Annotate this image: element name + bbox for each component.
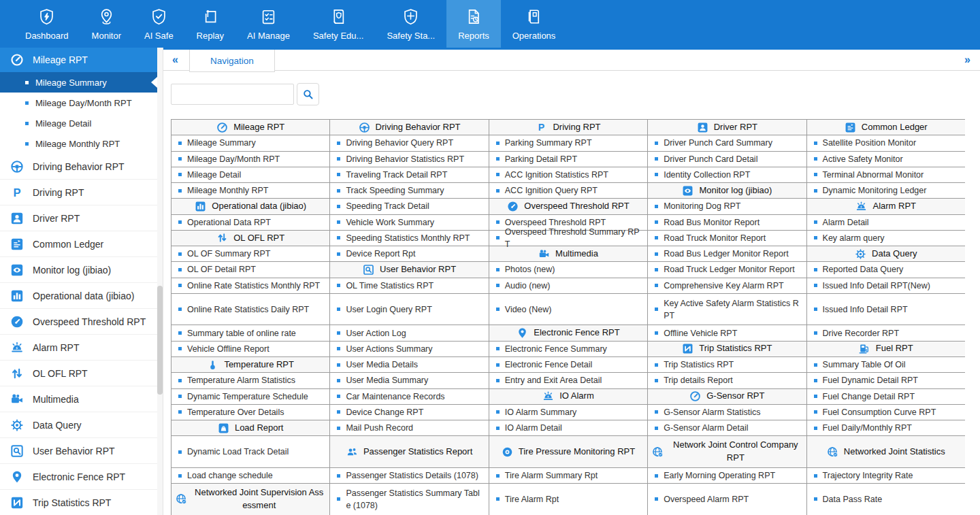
- report-link-car-maintenance-records[interactable]: Car Maintenance Records: [330, 389, 489, 405]
- report-link-drive-recorder-rpt[interactable]: Drive Recorder RPT: [807, 325, 965, 341]
- report-link-tire-alarm-rpt[interactable]: Tire Alarm Rpt: [489, 484, 648, 515]
- report-link-mileage-day-month-rpt[interactable]: Mileage Day/Month RPT: [172, 152, 330, 167]
- search-button[interactable]: [297, 83, 319, 105]
- tab-navigation[interactable]: Navigation: [189, 50, 275, 72]
- report-link-road-truck-ledger-monitor-report[interactable]: Road Truck Ledger Monitor Report: [648, 262, 806, 278]
- report-link-device-report-rpt[interactable]: Device Report Rpt: [330, 246, 489, 262]
- report-link-mileage-summary[interactable]: Mileage Summary: [172, 135, 330, 151]
- report-link-temperature-alarm-statistics[interactable]: Temperature Alarm Statistics: [172, 373, 330, 388]
- report-link-electronic-fence-summary[interactable]: Electronic Fence Summary: [489, 342, 648, 357]
- report-link-driving-behavior-statistics-rpt[interactable]: Driving Behavior Statistics RPT: [330, 152, 489, 167]
- report-link-issued-info-detail-rpt[interactable]: Issued Info Detail RPT: [807, 294, 965, 326]
- report-link-fuel-daily-monthly-rpt[interactable]: Fuel Daily/Monthly RPT: [807, 420, 965, 436]
- sidebar-group-operational-data-jibiao[interactable]: Operational data (jibiao): [0, 283, 163, 309]
- report-link-trip-statistics-rpt[interactable]: Trip Statistics RPT: [648, 357, 806, 373]
- sidebar-item-mileage-summary[interactable]: Mileage Summary: [0, 72, 163, 93]
- report-link-mileage-detail[interactable]: Mileage Detail: [172, 167, 330, 183]
- report-link-entry-and-exit-area-detail[interactable]: Entry and Exit Area Detail: [489, 373, 648, 388]
- sidebar-group-mileage-rpt[interactable]: Mileage RPT: [0, 48, 163, 72]
- sidebar-item-mileage-day-month-rpt[interactable]: Mileage Day/Month RPT: [0, 93, 163, 113]
- report-link-offline-vehicle-rpt[interactable]: Offline Vehicle RPT: [648, 325, 806, 341]
- sidebar-group-driver-rpt[interactable]: Driver RPT: [0, 205, 163, 231]
- report-link-operational-data-rpt[interactable]: Operational Data RPT: [172, 215, 330, 231]
- report-link-road-truck-monitor-report[interactable]: Road Truck Monitor Report: [648, 231, 806, 246]
- report-link-mileage-monthly-rpt[interactable]: Mileage Monthly RPT: [172, 183, 330, 199]
- sidebar-group-driving-behavior-rpt[interactable]: Driving Behavior RPT: [0, 154, 163, 180]
- report-link-fuel-dynamic-detail-rpt[interactable]: Fuel Dynamic Detail RPT: [807, 373, 965, 388]
- report-link-driving-behavior-query-rpt[interactable]: Driving Behavior Query RPT: [330, 135, 489, 151]
- report-link-online-rate-statistics-daily-rpt[interactable]: Online Rate Statistics Daily RPT: [172, 294, 330, 326]
- report-link-alarm-detail[interactable]: Alarm Detail: [807, 215, 965, 231]
- report-link-terminal-abnormal-monitor[interactable]: Terminal Abnormal Monitor: [807, 167, 965, 183]
- report-link-io-alarm-detail[interactable]: IO Alarm Detail: [489, 420, 648, 436]
- report-link-data-pass-rate[interactable]: Data Pass Rate: [807, 484, 965, 515]
- report-link-summary-table-of-online-rate[interactable]: Summary table of online rate: [172, 325, 330, 341]
- report-link-issued-info-detail-rpt-new[interactable]: Issued Info Detail RPT(New): [807, 278, 965, 294]
- report-link-user-actions-summary[interactable]: User Actions Summary: [330, 342, 489, 357]
- nav-item-replay[interactable]: Replay: [185, 0, 235, 48]
- report-link-early-morning-operating-rpt[interactable]: Early Morning Operating RPT: [648, 468, 806, 484]
- sidebar-group-electronic-fence-rpt[interactable]: Electronic Fence RPT: [0, 464, 163, 490]
- report-link-ol-of-detail-rpt[interactable]: OL OF Detail RPT: [172, 262, 330, 278]
- sidebar-scrollbar[interactable]: [157, 48, 163, 515]
- nav-item-safety-edu[interactable]: Safety Edu...: [301, 0, 375, 48]
- report-link-reported-data-query[interactable]: Reported Data Query: [807, 262, 965, 278]
- report-link-vehicle-work-summary[interactable]: Vehicle Work Summary: [330, 215, 489, 231]
- report-link-ol-time-statistics-rpt[interactable]: OL Time Statistics RPT: [330, 278, 489, 294]
- sidebar-group-multimedia[interactable]: Multimedia: [0, 386, 163, 412]
- sidebar-group-monitor-log-jibiao[interactable]: Monitor log (jibiao): [0, 257, 163, 283]
- report-link-acc-ignition-statistics-rpt[interactable]: ACC Ignition Statistics RPT: [489, 167, 648, 183]
- report-link-road-bus-ledger-monitor-report[interactable]: Road Bus Ledger Monitor Report: [648, 246, 806, 262]
- report-link-video-new[interactable]: Video (New): [489, 294, 648, 326]
- report-link-speeding-track-detail[interactable]: Speeding Track Detail: [330, 199, 489, 214]
- report-link-acc-ignition-query-rpt[interactable]: ACC Ignition Query RPT: [489, 183, 648, 199]
- report-link-trajectory-integrity-rate[interactable]: Trajectory Integrity Rate: [807, 468, 965, 484]
- report-link-g-sensor-alarm-detail[interactable]: G-Sensor Alarm Detail: [648, 420, 806, 436]
- report-link-monitoring-dog-rpt[interactable]: Monitoring Dog RPT: [648, 199, 806, 214]
- report-link-overspeed-threshold-summary-rpt[interactable]: Overspeed Threshold Summary RPT: [489, 231, 648, 246]
- report-link-passenger-statistics-details-1078[interactable]: Passenger Statistics Details (1078): [330, 468, 489, 484]
- report-link-ol-of-summary-rpt[interactable]: OL OF Summary RPT: [172, 246, 330, 262]
- report-link-user-action-log[interactable]: User Action Log: [330, 325, 489, 341]
- report-link-comprehensive-key-alarm-rpt[interactable]: Comprehensive Key Alarm RPT: [648, 278, 806, 294]
- report-link-user-media-summary[interactable]: User Media Summary: [330, 373, 489, 388]
- report-link-overspeed-alarm-rpt[interactable]: Overspeed Alarm RPT: [648, 484, 806, 515]
- report-link-track-speeding-summary[interactable]: Track Speeding Summary: [330, 183, 489, 199]
- report-link-road-bus-monitor-report[interactable]: Road Bus Monitor Report: [648, 215, 806, 231]
- report-link-driver-punch-card-detail[interactable]: Driver Punch Card Detail: [648, 152, 806, 167]
- report-link-trip-details-report[interactable]: Trip details Report: [648, 373, 806, 388]
- sidebar-group-data-query[interactable]: Data Query: [0, 412, 163, 438]
- sidebar-group-alarm-rpt[interactable]: Alarm RPT: [0, 335, 163, 361]
- report-link-key-alarm-query[interactable]: Key alarm query: [807, 231, 965, 246]
- nav-item-ai-manage[interactable]: AI Manage: [235, 0, 301, 48]
- report-link-audio-new[interactable]: Audio (new): [489, 278, 648, 294]
- report-link-tire-alarm-summary-rpt[interactable]: Tire Alarm Summary Rpt: [489, 468, 648, 484]
- report-link-passenger-statistics-summary-table-1078[interactable]: Passenger Statistics Summary Table (1078…: [330, 484, 489, 515]
- report-link-key-active-safety-alarm-statistics-rpt[interactable]: Key Active Safety Alarm Statistics RPT: [648, 294, 806, 326]
- sidebar-group-common-ledger[interactable]: Common Ledger: [0, 231, 163, 257]
- report-link-fuel-consumption-curve-rpt[interactable]: Fuel Consumption Curve RPT: [807, 405, 965, 420]
- report-link-summary-table-of-oil[interactable]: Summary Table Of Oil: [807, 357, 965, 373]
- report-link-dynamic-load-track-detail[interactable]: Dynamic Load Track Detail: [172, 436, 330, 468]
- collapse-left-button[interactable]: «: [172, 54, 178, 65]
- sidebar-group-user-behavior-rpt[interactable]: User Behavior RPT: [0, 438, 163, 464]
- nav-item-safety-sta[interactable]: Safety Sta...: [375, 0, 446, 48]
- sidebar-group-trip-statistics-rpt[interactable]: Trip Statistics RPT: [0, 490, 163, 515]
- report-link-driver-punch-card-summary[interactable]: Driver Punch Card Summary: [648, 135, 806, 151]
- sidebar-item-mileage-detail[interactable]: Mileage Detail: [0, 113, 163, 133]
- report-link-speeding-statistics-monthly-rpt[interactable]: Speeding Statistics Monthly RPT: [330, 231, 489, 246]
- report-link-identity-collection-rpt[interactable]: Identity Collection RPT: [648, 167, 806, 183]
- report-link-parking-detail-rpt[interactable]: Parking Detail RPT: [489, 152, 648, 167]
- report-link-online-rate-statistics-monthly-rpt[interactable]: Online Rate Statistics Monthly RPT: [172, 278, 330, 294]
- report-link-device-change-rpt[interactable]: Device Change RPT: [330, 405, 489, 420]
- sidebar-scrollbar-thumb[interactable]: [157, 286, 163, 395]
- collapse-right-button[interactable]: »: [964, 54, 970, 65]
- nav-item-monitor[interactable]: Monitor: [80, 0, 133, 48]
- sidebar-item-mileage-monthly-rpt[interactable]: Mileage Monthly RPT: [0, 133, 163, 154]
- report-link-parking-summary-rpt[interactable]: Parking Summary RPT: [489, 135, 648, 151]
- report-link-dynamic-monitoring-ledger[interactable]: Dynamic Monitoring Ledger: [807, 183, 965, 199]
- report-link-io-alarm-summary[interactable]: IO Alarm Summary: [489, 405, 648, 420]
- nav-item-dashboard[interactable]: Dashboard: [14, 0, 80, 48]
- report-link-load-change-schedule[interactable]: Load change schedule: [172, 468, 330, 484]
- sidebar-group-driving-rpt[interactable]: Driving RPT: [0, 180, 163, 205]
